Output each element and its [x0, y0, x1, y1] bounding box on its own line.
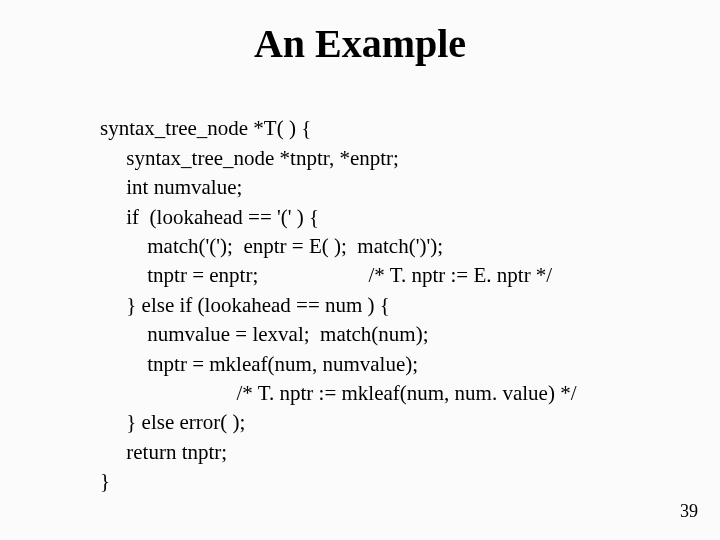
slide-title: An Example: [0, 0, 720, 85]
slide: An Example syntax_tree_node *T( ) { synt…: [0, 0, 720, 540]
page-number: 39: [680, 501, 698, 522]
code-line: int numvalue;: [100, 175, 242, 199]
code-block: syntax_tree_node *T( ) { syntax_tree_nod…: [100, 85, 720, 496]
code-line: if (lookahead == '(' ) {: [100, 205, 319, 229]
code-line: match('('); enptr = E( ); match(')');: [100, 234, 443, 258]
code-line: }: [100, 469, 110, 493]
code-line: } else if (lookahead == num ) {: [100, 293, 390, 317]
code-line: numvalue = lexval; match(num);: [100, 322, 429, 346]
code-line: tnptr = mkleaf(num, numvalue);: [100, 352, 418, 376]
code-line: syntax_tree_node *T( ) {: [100, 116, 311, 140]
code-line: tnptr = enptr; /* T. nptr := E. nptr */: [100, 263, 552, 287]
code-line: syntax_tree_node *tnptr, *enptr;: [100, 146, 399, 170]
code-line: /* T. nptr := mkleaf(num, num. value) */: [100, 381, 577, 405]
code-line: } else error( );: [100, 410, 245, 434]
code-line: return tnptr;: [100, 440, 227, 464]
